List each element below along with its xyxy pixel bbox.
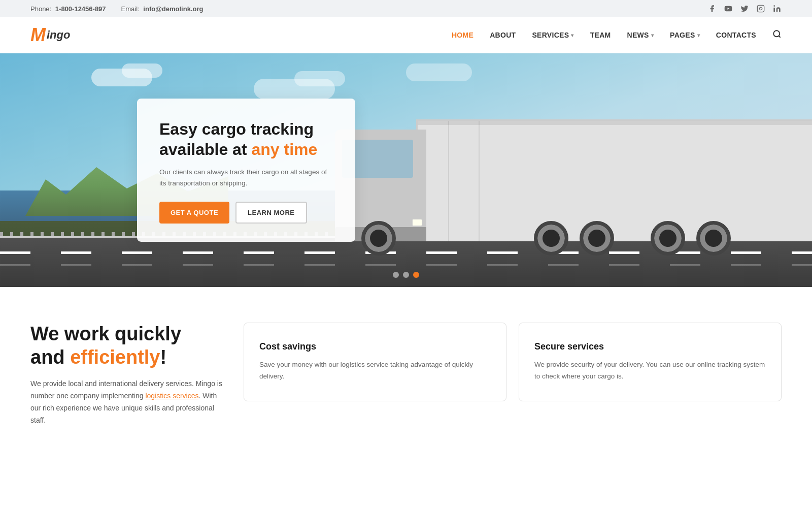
hero-title-part2: available at (159, 140, 251, 158)
svg-point-3 (773, 30, 780, 37)
nav-links: HOME ABOUT SERVICES ▾ TEAM NEWS ▾ PAGES … (452, 29, 782, 41)
dot-2[interactable] (403, 272, 409, 278)
features-cards: Cost savings Save your money with our lo… (244, 323, 782, 401)
hero-title-part1: Easy cargo tracking (159, 120, 314, 138)
wheel-rear-1 (534, 221, 568, 256)
cloud-4 (294, 71, 345, 86)
feature-card-secure-title: Secure services (534, 341, 766, 352)
phone-info: Phone: 1-800-12456-897 (30, 5, 106, 13)
social-links (707, 4, 782, 13)
services-chevron-icon: ▾ (571, 33, 573, 38)
svg-point-2 (773, 5, 775, 7)
dot-3[interactable] (413, 272, 419, 278)
get-quote-button[interactable]: GET A QUOTE (159, 202, 229, 224)
features-left: We work quickly and efficiently! We prov… (30, 323, 223, 426)
logo-letter: M (30, 24, 46, 46)
trailer-roof (418, 121, 812, 125)
hero-dots (393, 272, 419, 278)
logo[interactable]: M ingo (30, 24, 70, 46)
feature-card-secure: Secure services We provide security of y… (519, 323, 782, 401)
feature-card-cost: Cost savings Save your money with our lo… (244, 323, 506, 401)
facebook-icon[interactable] (707, 4, 717, 13)
dot-1[interactable] (393, 272, 399, 278)
road (0, 236, 812, 287)
nav-contacts[interactable]: CONTACTS (716, 31, 756, 39)
hero-buttons: GET A QUOTE LEARN MORE (159, 202, 333, 224)
learn-more-button[interactable]: LEARN MORE (235, 202, 307, 224)
wheel-rear-3 (651, 221, 685, 256)
features-title: We work quickly and efficiently! (30, 323, 223, 369)
trailer-line-1 (448, 121, 449, 241)
features-title-part1: We work quickly (30, 323, 181, 344)
nav-team[interactable]: TEAM (590, 31, 611, 39)
road-line-2 (0, 264, 812, 266)
trailer-line-2 (479, 121, 480, 241)
phone-label: Phone: (30, 5, 51, 13)
cloud-5 (406, 64, 472, 81)
email-info: Email: info@demolink.org (121, 5, 204, 13)
hero-title-highlight: any time (251, 140, 317, 158)
features-description: We provide local and international deliv… (30, 378, 223, 426)
logistics-services-link[interactable]: logistics services (145, 392, 198, 400)
navbar: M ingo HOME ABOUT SERVICES ▾ TEAM NEWS ▾… (0, 17, 812, 53)
road-line-1 (0, 251, 812, 254)
top-bar-contact-info: Phone: 1-800-12456-897 Email: info@demol… (30, 5, 203, 13)
instagram-icon[interactable] (756, 4, 765, 13)
truck-trailer (416, 119, 812, 241)
linkedin-icon[interactable] (772, 4, 782, 13)
logo-rest: ingo (47, 28, 70, 42)
feature-card-cost-title: Cost savings (259, 341, 491, 352)
pages-chevron-icon: ▾ (697, 33, 700, 38)
nav-pages[interactable]: PAGES ▾ (670, 31, 700, 39)
wheel-rear-2 (580, 221, 614, 256)
hero-section: Easy cargo tracking available at any tim… (0, 53, 812, 287)
wheel-rear-4 (696, 221, 731, 256)
nav-about[interactable]: ABOUT (490, 31, 516, 39)
feature-card-cost-desc: Save your money with our logistics servi… (259, 359, 491, 383)
features-title-part2: and (30, 346, 70, 368)
top-bar: Phone: 1-800-12456-897 Email: info@demol… (0, 0, 812, 17)
twitter-icon[interactable] (740, 4, 749, 13)
hero-title: Easy cargo tracking available at any tim… (159, 119, 333, 160)
youtube-icon[interactable] (724, 4, 733, 13)
feature-card-secure-desc: We provide security of your delivery. Yo… (534, 359, 766, 383)
features-section: We work quickly and efficiently! We prov… (0, 287, 812, 467)
phone-value: 1-800-12456-897 (55, 5, 106, 13)
cloud-2 (122, 64, 162, 78)
features-title-part3: ! (160, 346, 167, 368)
wheel-front (361, 221, 396, 256)
email-label: Email: (121, 5, 140, 13)
nav-services[interactable]: SERVICES ▾ (532, 31, 573, 39)
search-icon[interactable] (772, 29, 782, 41)
news-chevron-icon: ▾ (651, 33, 654, 38)
features-title-highlight: efficiently (70, 346, 160, 368)
hero-card: Easy cargo tracking available at any tim… (137, 99, 355, 242)
nav-home[interactable]: HOME (452, 31, 473, 39)
nav-news[interactable]: NEWS ▾ (627, 31, 654, 39)
svg-rect-0 (757, 5, 764, 12)
svg-line-4 (779, 36, 780, 37)
hero-description: Our clients can always track their cargo… (159, 167, 333, 188)
headlight (412, 219, 422, 226)
email-value: info@demolink.org (143, 5, 203, 13)
